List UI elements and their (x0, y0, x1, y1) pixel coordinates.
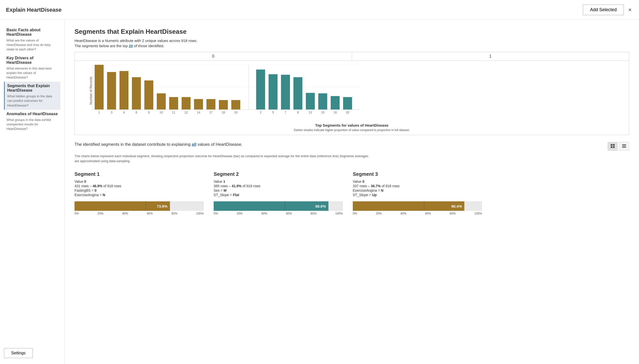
axis-tick: 0% (353, 212, 357, 215)
segment-bar-track: 88.8% (214, 201, 343, 211)
svg-rect-10 (107, 72, 116, 110)
svg-text:7: 7 (285, 111, 286, 114)
segment-bar-track: 73.8% (75, 201, 204, 211)
segment-value: Value 1 (214, 180, 343, 184)
svg-rect-49 (613, 144, 615, 146)
axis-tick: 80% (311, 212, 317, 215)
svg-rect-50 (611, 146, 612, 148)
chart-group0-header: 0 (75, 52, 352, 60)
svg-rect-30 (231, 100, 240, 110)
add-selected-button[interactable]: Add Selected (583, 4, 624, 15)
svg-text:16: 16 (333, 111, 337, 114)
svg-rect-16 (144, 80, 153, 110)
axis-tick: 60% (147, 212, 153, 215)
desc-line2-prefix: The segments below are the top (75, 44, 129, 48)
segment-condition: ExerciseAngina = N (75, 193, 204, 197)
svg-text:13: 13 (309, 111, 312, 114)
svg-rect-18 (157, 93, 166, 110)
chart-group1-header: 1 (352, 52, 629, 60)
sidebar-item-key-drivers[interactable]: Key Drivers of HeartDisease What element… (4, 54, 60, 82)
axis-tick: 100% (474, 212, 482, 215)
svg-rect-32 (256, 70, 265, 110)
list-view-button[interactable] (619, 142, 629, 151)
sidebar-item-desc: What hidden groups in the data can predi… (7, 94, 58, 108)
axis-tick: 80% (171, 212, 177, 215)
svg-text:17: 17 (209, 111, 213, 114)
sidebar-item-desc: What are the values of HeartDisease and … (7, 38, 58, 52)
segments-intro-suffix: values of HeartDisease. (196, 142, 242, 147)
top-segments-chart: 0 1 Number of Records 400 200 0 (75, 52, 629, 135)
sidebar-item-title: Basic Facts about HeartDisease (7, 28, 58, 37)
svg-text:3: 3 (111, 111, 113, 114)
svg-rect-8 (95, 65, 104, 110)
sidebar-item-basic-facts[interactable]: Basic Facts about HeartDisease What are … (4, 26, 60, 54)
close-button[interactable]: × (627, 5, 633, 15)
desc-line1: HeartDisease is a Numeric attribute with… (75, 38, 629, 43)
segment-condition: Sex = M (214, 188, 343, 192)
segment-bar-axis: 0%20%40%60%80%100% (353, 212, 482, 215)
chart-header: 0 1 (75, 52, 629, 61)
chart-footer: Top Segments for values of HeartDisease … (75, 120, 629, 135)
segments-intro-wrapper: The identified segments in the dataset c… (75, 142, 629, 151)
svg-rect-52 (622, 144, 626, 145)
svg-text:6: 6 (136, 111, 137, 114)
desc-line2-suffix: of those identified. (133, 44, 164, 48)
svg-text:18: 18 (222, 111, 225, 114)
svg-rect-44 (331, 96, 340, 110)
axis-tick: 40% (400, 212, 406, 215)
grid-view-button[interactable] (608, 142, 618, 151)
svg-text:12: 12 (184, 111, 188, 114)
sidebar-nav: Basic Facts about HeartDisease What are … (4, 26, 60, 133)
segment-title: Segment 2 (214, 171, 343, 177)
top-bar-actions: Add Selected × (583, 4, 633, 15)
segments-intro-prefix: The identified segments in the dataset c… (75, 142, 192, 147)
axis-tick: 0% (75, 212, 79, 215)
svg-rect-40 (306, 93, 315, 110)
settings-button[interactable]: Settings (4, 348, 33, 358)
axis-tick: 40% (122, 212, 128, 215)
svg-text:14: 14 (197, 111, 200, 114)
segments-desc: The charts below represent each individu… (75, 154, 373, 164)
svg-text:8: 8 (297, 111, 299, 114)
axis-tick: 60% (286, 212, 292, 215)
svg-text:19: 19 (234, 111, 238, 114)
segment-bar-area: 88.8% 0%20%40%60%80%100% (214, 201, 343, 215)
main-content: Basic Facts about HeartDisease What are … (0, 20, 639, 364)
svg-rect-53 (622, 146, 626, 146)
all-values-link[interactable]: all (192, 142, 197, 147)
axis-tick: 0% (214, 212, 218, 215)
segment-bar-area: 73.8% 0%20%40%60%80%100% (75, 201, 204, 215)
section-title: Segments that Explain HeartDisease (75, 28, 629, 36)
chart-svg: 400 200 0 1346910111214171819 2578131516… (92, 65, 360, 120)
svg-rect-38 (293, 77, 302, 110)
axis-tick: 20% (237, 212, 243, 215)
desc-line2: The segments below are the top 20 of tho… (75, 44, 629, 48)
svg-rect-12 (120, 71, 129, 110)
svg-rect-54 (622, 147, 626, 148)
segment-card: Segment 3 Value 0 337 rows – 36.7% of 91… (353, 171, 482, 215)
segment-rows: 431 rows – 46.9% of 918 rows (75, 184, 204, 188)
svg-rect-20 (169, 97, 178, 110)
segment-bar-fill: 88.8% (214, 201, 328, 211)
svg-text:2: 2 (260, 111, 262, 114)
svg-rect-42 (318, 93, 327, 110)
segment-value: Value 0 (75, 180, 204, 184)
sidebar-item-segments[interactable]: Segments that Explain HeartDisease What … (4, 82, 60, 110)
svg-rect-26 (207, 99, 215, 110)
axis-tick: 100% (196, 212, 204, 215)
segment-condition: ExerciseAngina = N (353, 188, 482, 192)
top-n-link[interactable]: 20 (129, 44, 133, 48)
svg-rect-36 (281, 75, 290, 110)
segment-title: Segment 3 (353, 171, 482, 177)
segment-value: Value 0 (353, 180, 482, 184)
svg-rect-22 (182, 97, 191, 110)
svg-rect-48 (611, 144, 612, 146)
view-toggle (608, 142, 629, 151)
sidebar-item-anomalies[interactable]: Anomalies of HeartDisease What groups in… (4, 110, 60, 133)
axis-tick: 100% (335, 212, 343, 215)
sidebar-item-title: Segments that Explain HeartDisease (7, 84, 58, 92)
list-icon (622, 144, 626, 148)
axis-tick: 40% (261, 212, 267, 215)
sidebar-item-title: Key Drivers of HeartDisease (7, 56, 58, 65)
svg-text:5: 5 (272, 111, 274, 114)
